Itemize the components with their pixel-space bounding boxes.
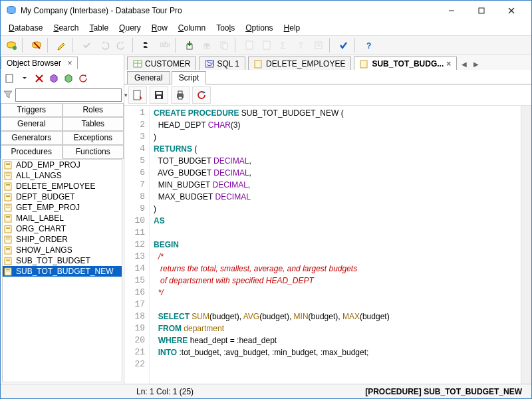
replace-icon: abc [156,37,172,53]
cat-procedures[interactable]: Procedures [1,145,63,159]
connect-icon[interactable] [3,37,19,53]
doc-tab[interactable]: SUB_TOT_BUDG...× [354,57,457,70]
menu-row[interactable]: Row [146,22,173,34]
doc-tab[interactable]: SQLSQL 1 [199,57,245,70]
list-item-label: SHIP_ORDER [16,235,68,244]
tab-script[interactable]: Script [172,71,207,84]
minimize-button[interactable] [436,1,466,20]
close-button[interactable] [496,1,526,20]
svg-rect-25 [6,164,10,165]
list-item[interactable]: SHOW_LANGS [3,245,122,255]
object-list[interactable]: ADD_EMP_PROJALL_LANGSDELETE_EMPLOYEEDEPT… [2,159,122,382]
menu-table[interactable]: Table [84,22,114,34]
svg-text:abc: abc [160,40,170,49]
cat-general[interactable]: General [1,117,63,131]
menu-help[interactable]: Help [279,22,306,34]
proc-icon [4,171,13,180]
menubar: Database Search Table Query Row Column T… [1,21,531,35]
svg-rect-43 [6,228,10,229]
code-area[interactable]: CREATE PROCEDURE SUB_TOT_BUDGET_NEW ( HE… [150,106,521,384]
object-browser-tab-strip: Object Browser × [1,55,124,70]
titlebar: My Company (Interbase) - Database Tour P… [1,1,531,21]
cube-icon[interactable] [47,72,61,85]
svg-rect-29 [5,183,11,190]
menu-options[interactable]: Options [240,22,278,34]
filter-input[interactable] [15,88,122,102]
doc2-icon [259,37,275,53]
script-toolbar [124,84,531,106]
menu-query[interactable]: Query [114,22,146,34]
close-icon[interactable]: × [446,59,451,68]
close-icon[interactable]: × [67,59,72,68]
menu-database[interactable]: Database [3,22,48,34]
svg-rect-66 [157,96,161,98]
list-item[interactable]: SUB_TOT_BUDGET [3,255,122,266]
list-item-label: SUB_TOT_BUDGET [16,256,90,265]
list-item[interactable]: GET_EMP_PROJ [3,202,122,213]
note-icon [311,37,327,53]
cat-functions[interactable]: Functions [63,145,124,159]
execute-icon[interactable] [128,86,147,104]
disconnect-icon[interactable] [29,37,45,53]
help-icon[interactable]: ? [361,37,377,53]
category-tabs: Triggers Roles General Tables Generators… [1,103,124,159]
cube2-icon[interactable] [62,72,75,85]
list-item[interactable]: SHIP_ORDER [3,234,122,245]
find-icon[interactable] [139,37,155,53]
menu-tools[interactable]: Tools [211,22,240,34]
redo-icon [114,37,130,53]
svg-rect-40 [6,217,10,218]
list-item-label: MAIL_LABEL [16,213,64,223]
list-item[interactable]: DELETE_EMPLOYEE [3,181,122,192]
list-item[interactable]: ORG_CHART [3,223,122,234]
list-item[interactable]: DEPT_BUDGET [3,192,122,202]
scrollbar[interactable] [521,106,531,384]
svg-text:SQL: SQL [207,59,214,68]
undo-icon [96,37,112,53]
svg-rect-38 [5,215,11,222]
svg-rect-69 [178,96,182,99]
object-browser-tab[interactable]: Object Browser × [1,57,78,69]
new-object-icon[interactable] [3,72,17,85]
proc-icon [4,203,13,212]
list-item[interactable]: ADD_EMP_PROJ [3,160,122,170]
menu-column[interactable]: Column [173,22,211,34]
cat-tables[interactable]: Tables [63,117,124,131]
svg-rect-14 [246,41,253,49]
code-editor[interactable]: 12345678910111213141516171819202122 CREA… [124,106,531,384]
list-item[interactable]: ALL_LANGS [3,170,122,181]
svg-rect-62 [360,61,367,68]
check-icon[interactable] [336,37,352,53]
maximize-button[interactable] [466,1,496,20]
doc-tab[interactable]: DELETE_EMPLOYEE [248,57,351,70]
import-icon[interactable] [182,37,198,53]
tab-icon: SQL [205,59,214,68]
svg-rect-61 [255,61,261,68]
funnel-icon[interactable] [3,90,13,100]
proc-icon [4,213,13,223]
cat-generators[interactable]: Generators [1,131,63,145]
list-item[interactable]: SUB_TOT_BUDGET_NEW [3,266,122,277]
refresh-icon[interactable] [76,72,90,85]
list-item[interactable]: MAIL_LABEL [3,213,122,223]
delete-icon[interactable] [33,72,46,85]
tab-general[interactable]: General [127,71,170,84]
svg-rect-26 [5,172,11,180]
refresh-script-icon[interactable] [192,86,211,104]
doc-tab[interactable]: CUSTOMER [127,57,196,70]
export-icon [199,37,215,53]
svg-rect-41 [5,225,11,233]
menu-search[interactable]: Search [48,22,84,34]
cat-exceptions[interactable]: Exceptions [63,131,124,145]
svg-rect-36 [6,205,10,206]
tab-nav-icon[interactable]: ◀ [460,58,469,70]
dropdown-icon[interactable] [18,72,31,85]
edit-icon[interactable] [54,37,70,53]
cat-triggers[interactable]: Triggers [1,103,63,117]
print-icon[interactable] [171,86,190,104]
save-icon[interactable] [150,86,168,104]
doc-tab-label: SUB_TOT_BUDG... [372,59,444,68]
tab-nav-icon[interactable]: ▶ [471,58,481,70]
cat-roles[interactable]: Roles [63,103,124,117]
object-browser-title: Object Browser [7,59,61,68]
